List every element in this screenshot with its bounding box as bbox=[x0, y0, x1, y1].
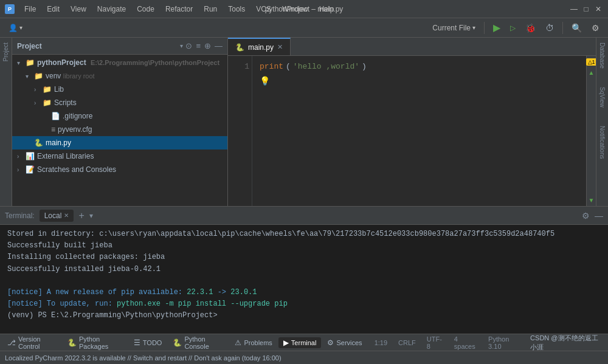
filter-icon[interactable]: ⊕ bbox=[204, 41, 211, 50]
venv-label: venv library root bbox=[46, 72, 95, 80]
menu-navigate[interactable]: Navigate bbox=[92, 4, 131, 15]
terminal-notice-1: [notice] A new release of pip available:… bbox=[7, 287, 601, 298]
profile-button[interactable]: ⏱ bbox=[542, 22, 558, 34]
tree-mainpy[interactable]: 🐍 main.py bbox=[12, 136, 227, 149]
tree-pyvenv[interactable]: ≡ pyvenv.cfg bbox=[12, 123, 227, 136]
tab-py-icon: 🐍 bbox=[235, 43, 244, 52]
tree-scripts[interactable]: › 📁 Scripts bbox=[12, 96, 227, 109]
new-terminal-btn[interactable]: + bbox=[76, 210, 86, 221]
debug-button[interactable]: 🐞 bbox=[522, 22, 539, 34]
terminal-content[interactable]: Stored in directory: c:\users\ryan\appda… bbox=[0, 225, 608, 334]
code-editor[interactable]: print('hello ,world') 💡 bbox=[252, 56, 586, 206]
services-label: Services bbox=[336, 339, 362, 346]
search-button[interactable]: 🔍 bbox=[568, 22, 586, 34]
menu-tools[interactable]: Tools bbox=[223, 4, 250, 15]
coverage-button[interactable]: ▷ bbox=[506, 22, 519, 33]
tabs-spacer bbox=[291, 38, 596, 55]
terminal-line-1: Successfully built jieba bbox=[7, 240, 601, 252]
btool-version-control[interactable]: ⎇ Version Control bbox=[2, 334, 61, 351]
services-icon: ⚙ bbox=[327, 338, 334, 347]
tab-close-btn[interactable]: ✕ bbox=[277, 43, 283, 51]
code-string-hello: 'hello ,world' bbox=[293, 61, 359, 74]
terminal-dropdown-btn[interactable]: ▾ bbox=[89, 211, 93, 220]
bulb-icon[interactable]: 💡 bbox=[260, 77, 270, 86]
lib-label: Lib bbox=[54, 85, 64, 94]
tree-gitignore[interactable]: 📄 .gitignore bbox=[12, 109, 227, 123]
lib-folder-icon: 📁 bbox=[43, 85, 52, 94]
close-button[interactable]: ✕ bbox=[593, 4, 603, 14]
toolbar-separator2 bbox=[562, 22, 563, 34]
venv-folder-icon: 📁 bbox=[34, 72, 43, 80]
scripts-arrow: › bbox=[34, 100, 43, 106]
terminal-minimize-btn[interactable]: — bbox=[595, 211, 603, 221]
tree-lib[interactable]: › 📁 Lib bbox=[12, 83, 227, 96]
user-icon-btn[interactable]: 👤 ▾ bbox=[5, 22, 26, 33]
layout-icon[interactable]: ≡ bbox=[196, 41, 201, 50]
terminal-settings-btn[interactable]: ⚙ bbox=[582, 211, 590, 221]
btool-problems[interactable]: ⚠ Problems bbox=[230, 337, 277, 348]
scratches-icon: 📝 bbox=[26, 165, 35, 174]
project-folder-icon: 📁 bbox=[26, 58, 35, 67]
python-console-label: Python Console bbox=[184, 335, 224, 350]
minimize-button[interactable]: — bbox=[569, 4, 579, 14]
scratches-label: Scratches and Consoles bbox=[37, 165, 116, 174]
local-tab-close[interactable]: ✕ bbox=[64, 212, 69, 219]
right-strip-database[interactable]: Database bbox=[598, 40, 607, 71]
settings-button[interactable]: ⚙ bbox=[588, 22, 603, 34]
python-packages-label: Python Packages bbox=[79, 335, 123, 350]
sync-icon[interactable]: ⊙ bbox=[185, 41, 192, 50]
btool-python-packages[interactable]: 🐍 Python Packages bbox=[63, 334, 128, 351]
todo-icon: ☰ bbox=[134, 338, 140, 347]
tree-content: ▾ 📁 pythonProject E:\2.Programming\Pytho… bbox=[12, 55, 227, 206]
terminal-label: Terminal: bbox=[5, 211, 35, 220]
tree-venv[interactable]: ▾ 📁 venv library root bbox=[12, 69, 227, 83]
current-file-btn[interactable]: Current File ▾ bbox=[429, 22, 479, 33]
main-toolbar: 👤 ▾ Current File ▾ ▶ ▷ 🐞 ⏱ 🔍 ⚙ bbox=[0, 18, 608, 38]
python-console-icon: 🐍 bbox=[173, 338, 182, 347]
btool-services[interactable]: ⚙ Services bbox=[322, 337, 367, 348]
status-python: Python 3.10 bbox=[483, 335, 524, 350]
menu-run[interactable]: Run bbox=[199, 4, 222, 15]
btool-python-console[interactable]: 🐍 Python Console bbox=[168, 334, 229, 351]
code-line-1: print('hello ,world') bbox=[260, 61, 579, 74]
tree-root[interactable]: ▾ 📁 pythonProject E:\2.Programming\Pytho… bbox=[12, 56, 227, 69]
window-controls: — □ ✕ bbox=[569, 4, 603, 14]
menu-edit[interactable]: Edit bbox=[42, 4, 64, 15]
btool-terminal[interactable]: ▶ Terminal bbox=[278, 337, 322, 348]
toolbar-separator bbox=[484, 22, 485, 34]
status-crlf: CRLF bbox=[393, 339, 421, 346]
right-strip-sqview[interactable]: SqView bbox=[598, 84, 607, 110]
tree-extlibs[interactable]: › 📊 External Libraries bbox=[12, 149, 227, 163]
status-indent: 4 spaces bbox=[449, 335, 482, 350]
scripts-folder-icon: 📁 bbox=[43, 98, 52, 107]
code-hint-line: 💡 bbox=[260, 75, 579, 89]
left-sidebar-strip: Project bbox=[0, 38, 12, 206]
run-button[interactable]: ▶ bbox=[489, 21, 504, 35]
menu-view[interactable]: View bbox=[66, 4, 91, 15]
right-strip-notifications[interactable]: Notifications bbox=[598, 123, 607, 161]
btool-todo[interactable]: ☰ TODO bbox=[129, 337, 167, 348]
tree-dropdown-icon[interactable]: ▾ bbox=[180, 43, 183, 49]
sidebar-strip-project[interactable]: Project bbox=[1, 40, 10, 64]
menu-file[interactable]: File bbox=[19, 4, 41, 15]
terminal-notice-2: [notice] To update, run: python.exe -m p… bbox=[7, 298, 601, 310]
user-icon: 👤 bbox=[9, 24, 18, 32]
menu-refactor[interactable]: Refactor bbox=[161, 4, 198, 15]
terminal-tab-local[interactable]: Local ✕ bbox=[40, 210, 74, 222]
right-sidebar-strip: Database SqView Notifications bbox=[596, 38, 608, 206]
menu-code[interactable]: Code bbox=[132, 4, 159, 15]
tab-label: main.py bbox=[248, 43, 274, 52]
gitignore-icon: 📄 bbox=[51, 112, 60, 120]
tree-header-title: Project bbox=[17, 42, 180, 50]
extlibs-label: External Libraries bbox=[37, 152, 94, 160]
scratches-arrow: › bbox=[17, 167, 26, 173]
maximize-button[interactable]: □ bbox=[581, 4, 591, 14]
status-bar: Localized PyCharm 2022.3.2 is available … bbox=[0, 351, 608, 364]
tree-header: Project ▾ ⊙ ≡ ⊕ — bbox=[12, 38, 227, 55]
editor-tab-mainpy[interactable]: 🐍 main.py ✕ bbox=[228, 38, 291, 55]
terminal-line-2: Installing collected packages: jieba bbox=[7, 252, 601, 263]
collapse-icon[interactable]: — bbox=[215, 41, 223, 50]
main-area: Project Project ▾ ⊙ ≡ ⊕ — ▾ 📁 pythonProj… bbox=[0, 38, 608, 206]
local-tab-label: Local bbox=[44, 211, 62, 220]
tree-scratches[interactable]: › 📝 Scratches and Consoles bbox=[12, 163, 227, 176]
